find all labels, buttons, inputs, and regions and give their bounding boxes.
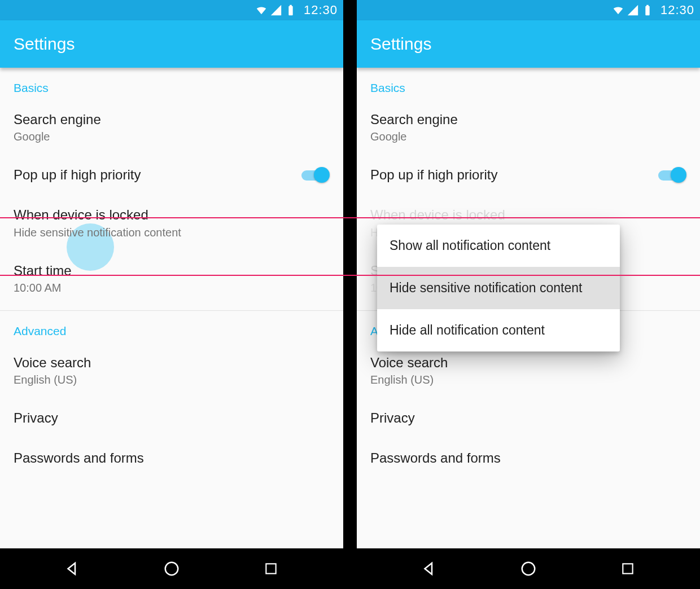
- setting-popup-priority[interactable]: Pop up if high priority: [0, 155, 343, 195]
- svg-rect-3: [623, 564, 632, 573]
- back-icon[interactable]: [419, 559, 439, 579]
- popup-toggle[interactable]: [656, 167, 686, 183]
- setting-label: When device is locked: [14, 206, 330, 223]
- navigation-bar: [357, 548, 700, 589]
- app-bar: Settings: [357, 20, 700, 68]
- section-header-advanced: Advanced: [0, 311, 343, 342]
- dialog-option-show-all[interactable]: Show all notification content: [377, 225, 620, 267]
- setting-value: Google: [14, 130, 330, 143]
- setting-label: Search engine: [370, 111, 686, 128]
- setting-when-locked[interactable]: When device is locked Hide sensitive not…: [0, 195, 343, 250]
- navigation-bar: [0, 548, 343, 589]
- recents-icon[interactable]: [261, 559, 281, 579]
- status-time: 12:30: [660, 3, 694, 17]
- setting-start-time[interactable]: Start time 10:00 AM: [0, 250, 343, 306]
- status-time: 12:30: [304, 3, 338, 17]
- setting-label: Search engine: [14, 111, 330, 128]
- app-bar: Settings: [0, 20, 343, 68]
- lock-options-dialog: Show all notification content Hide sensi…: [377, 225, 620, 351]
- popup-toggle[interactable]: [299, 167, 330, 183]
- settings-content-right[interactable]: Basics Search engine Google Pop up if hi…: [357, 68, 700, 548]
- home-icon[interactable]: [161, 559, 182, 579]
- setting-label: Start time: [14, 262, 330, 279]
- setting-label: Passwords and forms: [370, 449, 686, 467]
- setting-label: Voice search: [14, 354, 330, 371]
- setting-label: Pop up if high priority: [14, 166, 299, 183]
- setting-voice-search[interactable]: Voice search English (US): [0, 342, 343, 398]
- page-title: Settings: [370, 34, 431, 54]
- setting-label: Privacy: [370, 409, 686, 427]
- settings-content-left[interactable]: Basics Search engine Google Pop up if hi…: [0, 68, 343, 548]
- svg-rect-1: [266, 564, 275, 573]
- svg-point-2: [522, 562, 535, 575]
- highlight-line-top: [0, 217, 700, 218]
- phone-left: 12:30 Settings Basics Search engine Goog…: [0, 0, 343, 589]
- setting-privacy[interactable]: Privacy: [0, 398, 343, 438]
- back-icon[interactable]: [62, 559, 82, 579]
- setting-search-engine[interactable]: Search engine Google: [0, 99, 343, 155]
- battery-icon: [285, 4, 297, 16]
- highlight-line-bottom: [0, 275, 700, 276]
- setting-label: Pop up if high priority: [370, 166, 656, 183]
- page-title: Settings: [14, 34, 75, 54]
- section-header-basics: Basics: [357, 68, 700, 99]
- setting-privacy[interactable]: Privacy: [357, 398, 700, 438]
- phone-gap: [343, 0, 357, 589]
- setting-value: English (US): [370, 373, 686, 386]
- status-bar: 12:30: [0, 0, 343, 20]
- dialog-option-hide-all[interactable]: Hide all notification content: [377, 309, 620, 351]
- section-header-basics: Basics: [0, 68, 343, 99]
- dialog-option-hide-sensitive[interactable]: Hide sensitive notification content: [377, 267, 620, 309]
- setting-label: Privacy: [14, 409, 330, 427]
- setting-label: When device is locked: [370, 206, 686, 223]
- setting-value: 10:00 AM: [14, 282, 330, 294]
- status-bar: 12:30: [357, 0, 700, 20]
- setting-passwords-forms[interactable]: Passwords and forms: [0, 438, 343, 467]
- wifi-icon: [255, 4, 268, 16]
- cellular-icon: [627, 4, 639, 16]
- recents-icon[interactable]: [618, 559, 638, 579]
- wifi-icon: [612, 4, 624, 16]
- setting-value: Hide sensitive notification content: [14, 226, 330, 239]
- battery-icon: [641, 4, 654, 16]
- phone-right: 12:30 Settings Basics Search engine Goog…: [357, 0, 700, 589]
- setting-value: Google: [370, 130, 686, 143]
- svg-point-0: [165, 562, 178, 575]
- cellular-icon: [270, 4, 282, 16]
- setting-search-engine[interactable]: Search engine Google: [357, 99, 700, 155]
- setting-popup-priority[interactable]: Pop up if high priority: [357, 155, 700, 195]
- setting-value: English (US): [14, 373, 330, 386]
- setting-passwords-forms[interactable]: Passwords and forms: [357, 438, 700, 467]
- setting-label: Passwords and forms: [14, 449, 330, 467]
- home-icon[interactable]: [518, 559, 539, 579]
- setting-label: Voice search: [370, 354, 686, 371]
